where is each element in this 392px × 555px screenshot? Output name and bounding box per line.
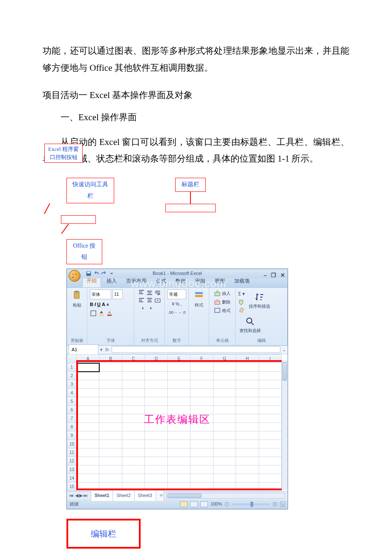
fill-icon[interactable] [238, 299, 245, 306]
col-header[interactable]: G [213, 354, 236, 363]
font-name-select[interactable]: 宋体 [90, 289, 111, 299]
office-logo-icon [71, 272, 78, 279]
group-font-label: 字体 [90, 336, 131, 344]
col-header[interactable]: E [167, 354, 190, 363]
align-top-icon[interactable] [138, 289, 145, 296]
redo-icon[interactable] [101, 271, 107, 277]
qat-dropdown-icon[interactable] [109, 271, 115, 277]
comma-icon[interactable]: , [181, 300, 182, 308]
sheet-nav-next-icon[interactable]: ▶ [79, 491, 83, 500]
paste-icon [72, 290, 82, 301]
percent-icon[interactable]: % [176, 300, 179, 308]
formula-input[interactable] [112, 346, 280, 353]
section-title-1: 项目活动一 Excel 基本操作界面及对象 [43, 87, 349, 104]
row-header[interactable]: 11 [67, 448, 77, 457]
row-header[interactable]: 1 [67, 363, 77, 372]
col-header[interactable]: I [259, 354, 282, 363]
annot-program-ctrl: Excel 程序窗 口控制按钮 [44, 144, 83, 162]
styles-button[interactable]: 样式 [191, 289, 206, 310]
align-mid-icon[interactable] [146, 289, 153, 296]
indent-inc-icon[interactable] [150, 305, 157, 312]
italic-button[interactable]: I [95, 300, 96, 309]
name-box[interactable]: A1 [69, 344, 98, 355]
delete-cells-button[interactable]: 删除 [214, 298, 231, 306]
view-break-icon[interactable] [200, 501, 208, 507]
row-header[interactable]: 4 [67, 389, 77, 397]
autosum-icon[interactable]: Σ ▾ [238, 289, 245, 298]
restore-icon[interactable]: ❐ [271, 270, 276, 281]
row-header[interactable]: 15 [67, 483, 77, 491]
save-icon[interactable] [86, 271, 92, 277]
row-header[interactable]: 2 [67, 372, 77, 380]
window-title: Book1 - Microsoft Excel [153, 269, 202, 278]
sheet-nav-prev-icon[interactable]: ◀ [75, 491, 78, 500]
col-header[interactable]: B [99, 354, 122, 363]
col-header[interactable]: A [77, 354, 99, 363]
format-cells-button[interactable]: 格式 [214, 306, 231, 315]
bold-button[interactable]: B [90, 300, 93, 309]
sheet-tab-3[interactable]: Sheet3 [134, 490, 156, 501]
paste-button[interactable]: 粘贴 [69, 289, 84, 310]
find-select-button[interactable]: 查找和选择 [238, 315, 262, 335]
number-format-select[interactable]: 常规 [167, 289, 186, 299]
status-text: 就绪 [69, 500, 79, 509]
sort-filter-button[interactable]: 排序和筛选 [248, 291, 271, 311]
row-header[interactable]: 7 [67, 414, 77, 423]
font-color-icon[interactable]: A [106, 310, 113, 317]
view-normal-icon[interactable] [180, 501, 187, 507]
dec-dec-icon[interactable]: ←.0 [179, 309, 186, 316]
fill-color-icon[interactable] [98, 310, 105, 317]
sheet-tab-1[interactable]: Sheet1 [91, 490, 113, 501]
col-header[interactable]: D [145, 354, 167, 363]
undo-icon[interactable] [93, 271, 99, 277]
minimize-icon[interactable]: – [264, 270, 267, 281]
row-header[interactable]: 5 [67, 397, 77, 406]
row-header[interactable]: 10 [67, 440, 77, 448]
row-header[interactable]: 14 [67, 474, 77, 483]
wrap-icon[interactable] [154, 289, 161, 296]
col-header[interactable]: F [190, 354, 213, 363]
sheet-nav-first-icon[interactable]: ⏮ [69, 491, 74, 500]
select-all-corner[interactable] [67, 354, 77, 363]
svg-rect-17 [215, 308, 220, 312]
ribbon-tabs: 开始 插入 页面布局 公式 数据 审阅 视图 加载项 [67, 278, 288, 288]
font-size-select[interactable]: 11 [112, 289, 123, 299]
row-header[interactable]: 9 [67, 431, 77, 440]
underline-button[interactable]: U [97, 300, 101, 309]
zoom-in-icon[interactable]: ㊉ [273, 500, 277, 509]
indent-dec-icon[interactable] [142, 305, 149, 312]
close-icon[interactable]: ✕ [280, 270, 285, 281]
formula-bar: A1 ▾ fx ⌄ [67, 346, 288, 354]
dec-inc-icon[interactable]: .00→ [168, 309, 177, 316]
new-sheet-button[interactable]: ✧ [156, 490, 164, 501]
row-header[interactable]: 12 [67, 457, 77, 465]
align-center-icon[interactable] [146, 297, 153, 304]
sheet-tab-2[interactable]: Sheet2 [112, 490, 134, 501]
col-header[interactable]: H [236, 354, 259, 363]
insert-cells-button[interactable]: 插入 [214, 289, 231, 298]
resize-grip-icon[interactable]: ⤡ [280, 502, 285, 507]
fx-icon[interactable]: fx [103, 345, 112, 354]
font-grow-icon[interactable]: A [102, 300, 105, 309]
font-shrink-icon[interactable]: A [107, 301, 109, 308]
border-icon[interactable] [90, 310, 97, 317]
row-header[interactable]: 13 [67, 465, 77, 474]
currency-icon[interactable]: ¥ [172, 300, 174, 308]
zoom-slider[interactable] [232, 503, 270, 505]
horizontal-scrollbar[interactable] [166, 493, 285, 499]
zoom-out-icon[interactable]: ㊀ [225, 500, 229, 509]
clear-icon[interactable] [238, 306, 245, 313]
formula-expand-icon[interactable]: ⌄ [282, 345, 288, 354]
merge-icon[interactable] [154, 297, 161, 304]
row-header[interactable]: 8 [67, 423, 77, 431]
col-header[interactable]: C [122, 354, 144, 363]
vertical-scrollbar[interactable] [282, 360, 288, 491]
svg-rect-6 [74, 292, 79, 298]
sheet-nav-last-icon[interactable]: ⏭ [84, 491, 88, 500]
row-header[interactable]: 6 [67, 406, 77, 414]
row-header[interactable]: 3 [67, 380, 77, 389]
office-button[interactable] [69, 270, 81, 282]
align-left-icon[interactable] [138, 297, 145, 304]
view-layout-icon[interactable] [190, 501, 198, 507]
cell-A1[interactable] [77, 363, 99, 372]
